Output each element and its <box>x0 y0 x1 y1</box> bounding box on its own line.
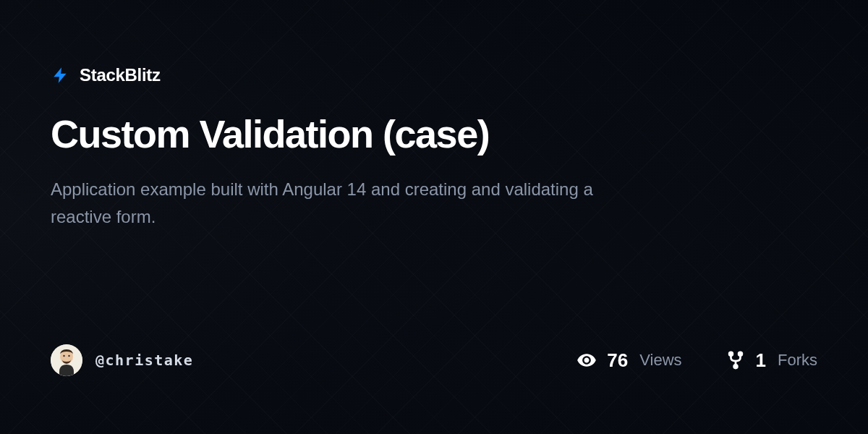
brand-name: StackBlitz <box>80 65 161 85</box>
project-title: Custom Validation (case) <box>51 113 817 156</box>
lightning-bolt-icon <box>51 65 71 85</box>
forks-stat: 1 Forks <box>726 349 817 372</box>
social-card: StackBlitz Custom Validation (case) Appl… <box>0 0 868 434</box>
forks-label: Forks <box>778 351 817 370</box>
author-info: @christake <box>51 344 193 376</box>
views-stat: 76 Views <box>576 349 681 372</box>
author-username: @christake <box>95 352 193 369</box>
views-count: 76 <box>607 349 628 372</box>
fork-icon <box>726 350 746 370</box>
avatar <box>51 344 82 376</box>
footer-row: @christake 76 Views <box>51 344 817 383</box>
svg-point-3 <box>68 355 69 357</box>
stats-row: 76 Views 1 Forks <box>576 349 817 372</box>
svg-point-2 <box>63 355 64 357</box>
views-label: Views <box>639 351 681 370</box>
project-description: Application example built with Angular 1… <box>51 176 600 229</box>
brand-header: StackBlitz <box>51 65 817 85</box>
forks-count: 1 <box>756 349 766 372</box>
eye-icon <box>576 350 597 370</box>
